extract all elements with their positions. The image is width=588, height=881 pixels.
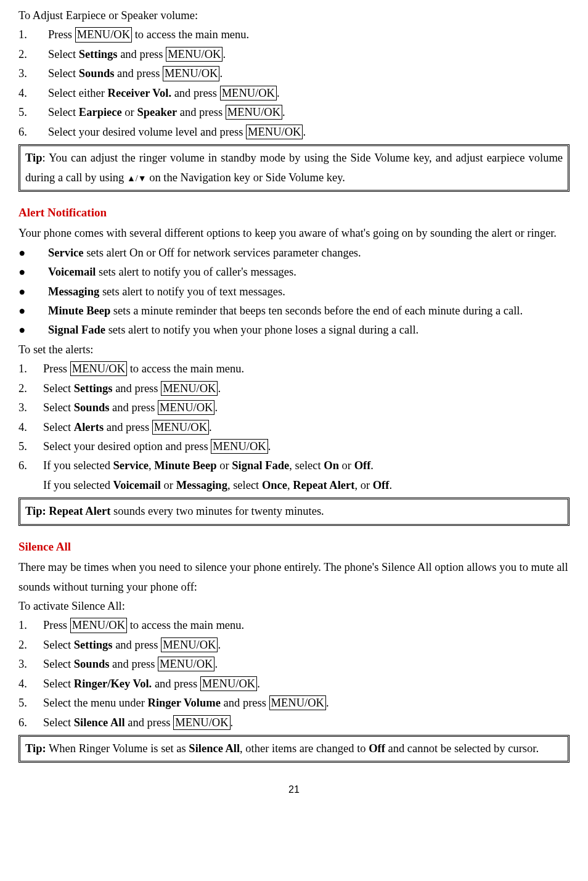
- list-item: ●Signal Fade sets alert to notify you wh…: [18, 321, 570, 340]
- menu-ok-key: MENU/OK: [200, 676, 257, 691]
- bullet-icon: ●: [18, 321, 48, 340]
- step-number: 6.: [18, 713, 43, 732]
- section1-title: To Adjust Earpiece or Speaker volume:: [18, 6, 570, 25]
- step-body: Press MENU/OK to access the main menu.: [43, 616, 570, 635]
- nav-triangle-icon: ▲/▼: [127, 174, 147, 183]
- list-item: 3.Select Sounds and press MENU/OK.: [18, 398, 570, 417]
- list-item: 6.Select your desired volume level and p…: [18, 123, 570, 142]
- bullet-icon: ●: [18, 244, 48, 263]
- section3-steps: 1.Press MENU/OK to access the main menu.…: [18, 616, 570, 732]
- bullet-icon: ●: [18, 263, 48, 282]
- step-number: 1.: [18, 25, 48, 44]
- menu-ok-key: MENU/OK: [163, 66, 219, 81]
- menu-ok-key: MENU/OK: [173, 715, 230, 730]
- step-number: 2.: [18, 379, 43, 398]
- menu-ok-key: MENU/OK: [269, 695, 326, 710]
- heading-alert-notification: Alert Notification: [18, 203, 570, 223]
- section2-intro: Your phone comes with several different …: [18, 224, 570, 243]
- bullet-body: Service sets alert On or Off for network…: [48, 244, 570, 263]
- list-item: 4.Select Ringer/Key Vol. and press MENU/…: [18, 674, 570, 694]
- step-number: 3.: [18, 655, 43, 674]
- menu-ok-key: MENU/OK: [166, 47, 223, 62]
- section1-steps: 1.Press MENU/OK to access the main menu.…: [18, 25, 570, 142]
- step-number: 1.: [18, 359, 43, 379]
- step-number: 5.: [18, 103, 48, 122]
- section2-steps: 1.Press MENU/OK to access the main menu.…: [18, 359, 570, 476]
- tip-box: Tip: You can adjust the ringer volume in…: [18, 144, 570, 192]
- step-body: Select Earpiece or Speaker and press MEN…: [48, 103, 570, 122]
- list-item: 2.Select Settings and press MENU/OK.: [18, 45, 570, 64]
- step-number: 3.: [18, 64, 48, 83]
- list-item: 1.Press MENU/OK to access the main menu.: [18, 359, 570, 379]
- section2-steps-title: To set the alerts:: [18, 340, 570, 359]
- step-body: Select Alerts and press MENU/OK.: [43, 418, 570, 437]
- step-number: 2.: [18, 636, 43, 655]
- heading-silence-all: Silence All: [18, 537, 570, 557]
- section3-steps-title: To activate Silence All:: [18, 597, 570, 616]
- section-alert-notification: Alert Notification Your phone comes with…: [18, 203, 570, 526]
- tip-box: Tip: When Ringer Volume is set as Silenc…: [18, 735, 570, 763]
- menu-ok-key: MENU/OK: [158, 657, 214, 671]
- section-silence-all: Silence All There may be times when you …: [18, 537, 570, 763]
- list-item: 5.Select your desired option and press M…: [18, 437, 570, 456]
- menu-ok-key: MENU/OK: [70, 361, 127, 376]
- step-body: If you selected Service, Minute Beep or …: [43, 456, 570, 475]
- list-item: ●Messaging sets alert to notify you of t…: [18, 282, 570, 301]
- step-body: Select Silence All and press MENU/OK.: [43, 713, 570, 732]
- tip-label: Tip: Repeat Alert: [25, 505, 110, 517]
- menu-ok-key: MENU/OK: [158, 400, 214, 415]
- tip-label: Tip:: [25, 742, 46, 755]
- menu-ok-key: MENU/OK: [70, 618, 127, 633]
- step-body: Select Ringer/Key Vol. and press MENU/OK…: [43, 674, 570, 694]
- menu-ok-key: MENU/OK: [161, 637, 218, 652]
- bullet-body: Signal Fade sets alert to notify you whe…: [48, 321, 570, 340]
- section2-bullets: ●Service sets alert On or Off for networ…: [18, 244, 570, 340]
- bullet-body: Messaging sets alert to notify you of te…: [48, 282, 570, 301]
- list-item: 2.Select Settings and press MENU/OK.: [18, 636, 570, 655]
- list-item: ●Service sets alert On or Off for networ…: [18, 244, 570, 263]
- step-number: 6.: [18, 456, 43, 475]
- list-item: ●Voicemail sets alert to notify you of c…: [18, 263, 570, 282]
- section3-intro: There may be times when you need to sile…: [18, 558, 570, 597]
- list-item: 5. Select the menu under Ringer Volume a…: [18, 694, 570, 713]
- bullet-icon: ●: [18, 282, 48, 301]
- list-item: 5.Select Earpiece or Speaker and press M…: [18, 103, 570, 122]
- step-number: 2.: [18, 45, 48, 64]
- list-item: ●Minute Beep sets a minute reminder that…: [18, 301, 570, 321]
- step-number: 4.: [18, 418, 43, 437]
- step-body: Select Settings and press MENU/OK.: [43, 379, 570, 398]
- step-number: 5.: [18, 437, 43, 456]
- step-number: 1.: [18, 616, 43, 635]
- bullet-icon: ●: [18, 301, 48, 321]
- menu-ok-key: MENU/OK: [152, 420, 209, 435]
- list-item: 6.Select Silence All and press MENU/OK.: [18, 713, 570, 732]
- step-body: Press MENU/OK to access the main menu.: [43, 359, 570, 379]
- list-item: 4.Select Alerts and press MENU/OK.: [18, 418, 570, 437]
- page-number: 21: [18, 781, 570, 798]
- step-body: Select your desired volume level and pre…: [48, 123, 570, 142]
- menu-ok-key: MENU/OK: [226, 105, 282, 120]
- step6-line2: If you selected Voicemail or Messaging, …: [18, 476, 570, 495]
- list-item: 1.Press MENU/OK to access the main menu.: [18, 25, 570, 44]
- list-item: 1.Press MENU/OK to access the main menu.: [18, 616, 570, 635]
- step-body: Press MENU/OK to access the main menu.: [48, 25, 570, 44]
- step-body: Select Sounds and press MENU/OK.: [43, 398, 570, 417]
- tip-label: Tip: [25, 152, 42, 164]
- step-body: Select your desired option and press MEN…: [43, 437, 570, 456]
- step-number: 4.: [18, 674, 43, 694]
- step-body: Select Sounds and press MENU/OK.: [48, 64, 570, 83]
- step-body: Select Settings and press MENU/OK.: [48, 45, 570, 64]
- section-adjust-volume: To Adjust Earpiece or Speaker volume: 1.…: [18, 6, 570, 192]
- bullet-body: Minute Beep sets a minute reminder that …: [48, 301, 570, 321]
- step-number: 3.: [18, 398, 43, 417]
- step-body: Select either Receiver Vol. and press ME…: [48, 84, 570, 103]
- menu-ok-key: MENU/OK: [246, 125, 303, 139]
- list-item: 4.Select either Receiver Vol. and press …: [18, 84, 570, 103]
- menu-ok-key: MENU/OK: [75, 27, 132, 42]
- step-body: Select Settings and press MENU/OK.: [43, 636, 570, 655]
- step-body: Select Sounds and press MENU/OK.: [43, 655, 570, 674]
- list-item: 2.Select Settings and press MENU/OK.: [18, 379, 570, 398]
- menu-ok-key: MENU/OK: [220, 86, 277, 100]
- menu-ok-key: MENU/OK: [161, 381, 218, 396]
- step-number: 5.: [18, 694, 43, 713]
